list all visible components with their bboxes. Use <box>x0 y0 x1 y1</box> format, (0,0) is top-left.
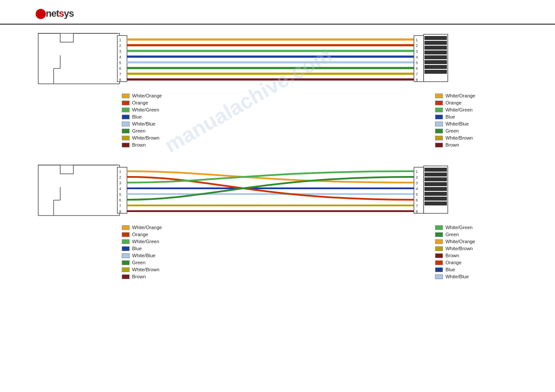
swatch-r-white-orange <box>435 94 443 98</box>
svg-text:7: 7 <box>119 204 121 208</box>
diagram1-section: 1 2 3 4 5 6 7 8 <box>26 29 529 147</box>
svg-text:2: 2 <box>119 43 121 48</box>
svg-text:6: 6 <box>119 198 121 202</box>
svg-text:8: 8 <box>416 209 418 214</box>
svg-text:2: 2 <box>416 175 418 180</box>
header: ⬤netsys <box>0 0 555 25</box>
svg-text:4: 4 <box>119 187 121 191</box>
d2-label-white-blue: White/Blue <box>132 253 156 258</box>
diagram2-container: 1 2 3 4 5 6 7 8 <box>36 161 519 279</box>
d2-swatch-white-orange <box>122 225 130 230</box>
d2-legend-item: Orange <box>122 232 162 237</box>
swatch-r-green <box>435 129 443 133</box>
d2-legend-item: Blue <box>122 246 162 251</box>
diagram2-legend: White/Orange Orange White/Green Blue <box>36 225 519 279</box>
svg-text:5: 5 <box>416 61 418 65</box>
swatch-white-orange <box>122 94 130 98</box>
svg-rect-31 <box>424 36 447 40</box>
legend-item-r: Brown <box>435 142 475 147</box>
legend-item-r: White/Green <box>435 107 475 112</box>
svg-rect-67 <box>424 173 447 176</box>
legend-item: White/Brown <box>122 135 162 140</box>
swatch-brown <box>122 143 130 147</box>
svg-text:1: 1 <box>119 38 121 42</box>
label-white-green: White/Green <box>132 107 160 112</box>
svg-rect-32 <box>424 41 447 45</box>
legend-item: Orange <box>122 100 162 105</box>
d2r-legend-item: White/Green <box>435 225 475 230</box>
legend-item-r: Green <box>435 128 475 133</box>
d2-legend-item: White/Green <box>122 239 162 244</box>
svg-text:6: 6 <box>416 66 418 71</box>
d2r-legend-item: Green <box>435 232 475 237</box>
svg-rect-37 <box>424 65 447 69</box>
label-orange: Orange <box>132 100 149 105</box>
svg-rect-71 <box>424 192 447 196</box>
svg-text:4: 4 <box>119 55 121 59</box>
swatch-r-white-green <box>435 108 443 112</box>
svg-text:1: 1 <box>119 169 121 174</box>
d2r-label-green: Green <box>446 232 459 237</box>
label-white-blue: White/Blue <box>132 121 156 126</box>
label-r-brown: Brown <box>446 142 459 147</box>
d2-swatch-white-brown <box>122 267 130 272</box>
label-r-orange: Orange <box>446 100 462 105</box>
d2-legend-item: Green <box>122 260 162 265</box>
swatch-white-brown <box>122 136 130 140</box>
diagram2-svg: 1 2 3 4 5 6 7 8 <box>36 161 519 220</box>
logo-net-n: ⬤ <box>35 8 46 19</box>
swatch-r-orange <box>435 101 443 105</box>
d2r-swatch-blue <box>435 267 443 272</box>
svg-text:4: 4 <box>416 55 418 59</box>
d2r-legend-item: White/Orange <box>435 239 475 244</box>
svg-rect-72 <box>424 197 447 201</box>
label-white-orange: White/Orange <box>132 93 162 98</box>
swatch-r-white-blue <box>435 122 443 126</box>
d2-label-green: Green <box>132 260 146 265</box>
d2-legend-item: White/Brown <box>122 267 162 272</box>
diagram2-section: 1 2 3 4 5 6 7 8 <box>26 161 529 279</box>
d2r-legend-item: Blue <box>435 267 475 272</box>
d2r-label-white-green: White/Green <box>446 225 473 230</box>
label-green: Green <box>132 128 146 133</box>
logo-sys-t: s <box>59 8 64 19</box>
legend-item-r: White/Blue <box>435 121 475 126</box>
svg-rect-73 <box>424 201 447 205</box>
svg-text:5: 5 <box>119 192 121 197</box>
d2r-swatch-white-blue <box>435 274 443 279</box>
d2r-legend-item: Orange <box>435 260 475 265</box>
svg-rect-70 <box>424 187 447 191</box>
svg-text:2: 2 <box>416 43 418 48</box>
d2r-swatch-white-brown <box>435 246 443 251</box>
swatch-r-white-brown <box>435 136 443 140</box>
d2-swatch-white-blue <box>122 253 130 258</box>
svg-text:7: 7 <box>416 204 418 208</box>
d2r-swatch-orange <box>435 260 443 265</box>
legend-item: Green <box>122 128 162 133</box>
svg-text:8: 8 <box>119 209 121 214</box>
svg-rect-66 <box>424 168 447 172</box>
svg-text:3: 3 <box>416 49 418 54</box>
svg-text:4: 4 <box>416 187 418 191</box>
label-r-green: Green <box>446 128 459 133</box>
diagram1-legend: White/Orange Orange White/Green Blue <box>36 93 519 147</box>
svg-text:1: 1 <box>416 169 418 174</box>
d2-label-white-orange: White/Orange <box>132 225 162 230</box>
legend-item: White/Green <box>122 107 162 112</box>
d2r-swatch-green <box>435 232 443 237</box>
label-blue: Blue <box>132 114 142 119</box>
d2-swatch-blue <box>122 246 130 251</box>
diagram1-container: 1 2 3 4 5 6 7 8 <box>36 29 519 147</box>
d2-swatch-white-green <box>122 239 130 244</box>
swatch-white-green <box>122 108 130 112</box>
diagram2-left-legend: White/Orange Orange White/Green Blue <box>122 225 162 279</box>
svg-text:3: 3 <box>416 181 418 185</box>
d2r-label-brown: Brown <box>446 253 459 258</box>
svg-rect-68 <box>424 177 447 181</box>
svg-text:6: 6 <box>416 198 418 202</box>
svg-text:5: 5 <box>119 61 121 65</box>
label-r-white-blue: White/Blue <box>446 121 469 126</box>
d2-legend-item: White/Blue <box>122 253 162 258</box>
svg-rect-39 <box>38 165 120 216</box>
d2r-legend-item: Brown <box>435 253 475 258</box>
